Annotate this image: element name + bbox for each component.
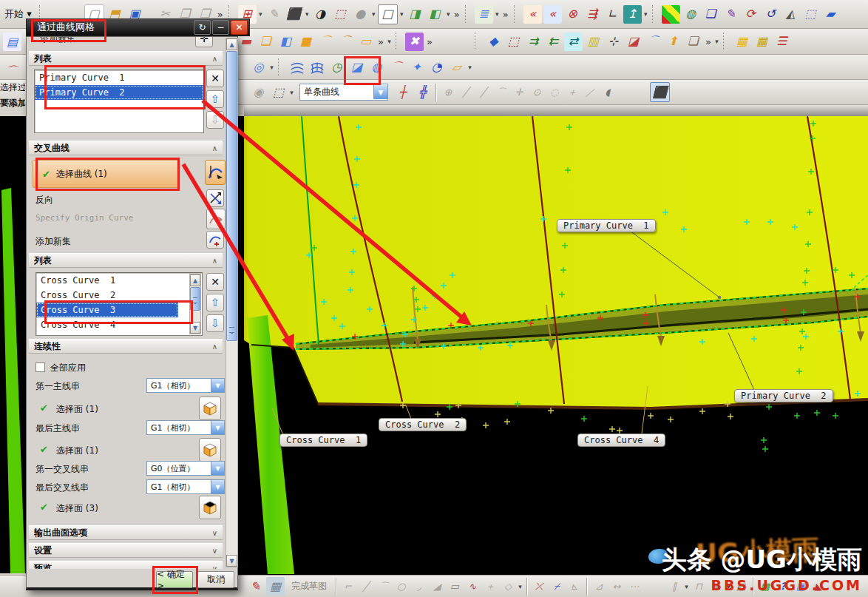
dropdown-arrow-icon[interactable]: ▾ [304,10,311,18]
quick-trim-icon[interactable]: ⤫ [531,579,547,595]
toolbar-grip[interactable] [723,33,729,50]
mate-constraint-icon[interactable]: ⊓ [691,579,707,595]
last-primary-combo[interactable]: G1（相切） ▼ [146,420,225,435]
sketch-plane-icon[interactable]: ◩ [733,579,749,595]
collapse-chevron-icon[interactable]: ∧ [212,55,217,63]
dropdown-arrow-icon[interactable]: ▾ [268,64,275,71]
cancel-button[interactable]: 取消 [197,571,234,588]
select-face-1-button[interactable] [199,397,221,420]
dropdown-arrow-icon[interactable]: ▾ [713,38,720,45]
move-face-icon[interactable]: ⬚ [504,33,523,51]
pull-face-icon[interactable]: ⇉ [524,33,543,51]
remove-parameters-icon[interactable]: ✖ [405,33,424,51]
sketch-exit-icon[interactable]: ✎ [246,577,265,596]
section-surface-icon[interactable]: ◪ [347,58,366,76]
move-primary-up-button[interactable]: ⇧ [206,90,224,108]
primary-curve-2-label[interactable]: Primary Curve 2 [734,389,833,402]
snap-arc-icon[interactable]: ⌒ [493,84,509,101]
toolbar-grip[interactable] [475,33,481,50]
cross-curve-4-label[interactable]: Cross Curve 4 [577,434,665,447]
draft-icon[interactable]: ⌒ [336,33,355,51]
stop-at-intersection-icon[interactable]: ┼ [393,83,412,101]
wire-box-icon[interactable]: ⬚ [801,5,820,24]
cross-list-scrollbar[interactable]: ▲ ▼ [189,274,201,334]
gray-sphere-icon[interactable]: ● [351,5,370,24]
shell-icon[interactable]: ▭ [356,33,375,51]
constraints-icon[interactable]: ⊿ [591,579,607,595]
wireframe-cube-icon[interactable]: ⬚ [331,5,350,24]
make-corner-icon[interactable]: ⊾ [566,579,583,595]
primary-list-group-header[interactable]: 列表 ∧ [29,51,223,66]
primary-curve-list[interactable]: Primary Curve 1 Primary Curve 2 [34,70,204,133]
select-face-3-button[interactable] [199,496,221,519]
arc-partial-icon[interactable]: ⌒ [2,62,21,81]
combo-dropdown-icon[interactable]: ▼ [211,462,224,475]
offset-region-icon[interactable]: ⇇ [544,33,563,51]
swept-icon[interactable]: ◷ [328,58,346,76]
dimension-icon[interactable]: ↔ [608,579,625,595]
face-up-icon[interactable]: ⬆ [664,33,682,51]
select-face-2-button[interactable] [199,438,221,462]
clip-work-section-icon[interactable]: ◧ [426,5,444,24]
combo-dropdown-icon[interactable]: ▼ [211,379,224,392]
red-tool-icon[interactable]: ◣ [810,579,827,595]
measure-helper-icon[interactable]: ∟ [603,5,622,24]
constraint-kc2-icon[interactable]: « [543,5,562,24]
toolbar-grip[interactable] [278,58,284,76]
more-tools-icon[interactable]: ⋯ [626,579,642,595]
family-table-icon[interactable]: ▦ [753,33,771,51]
polygon-icon[interactable]: ◇ [500,579,516,595]
show-hide-icon[interactable]: ◍ [682,5,700,24]
shaded-view-icon[interactable]: ◑ [311,5,330,24]
edit-display-icon[interactable]: ❏ [702,5,720,24]
move-cross-up-button[interactable]: ⇧ [206,294,224,311]
constraint-kc1-icon[interactable]: « [523,5,542,24]
package-icon[interactable]: ▩ [757,579,773,595]
snap-center-icon[interactable]: ⊙ [529,84,545,101]
preview-header-clipped[interactable]: 预览 ∨ [27,561,223,569]
panel-icon[interactable]: ▣ [793,579,809,595]
primary-add-new-set-button[interactable]: ✛ [195,37,213,47]
list-item-empty[interactable] [35,100,203,115]
remove-cross-button[interactable]: ✕ [206,273,224,291]
toolbar-grip[interactable] [465,5,471,23]
list-item[interactable]: Cross Curve 2 [36,288,178,303]
through-curves-icon[interactable] [288,58,306,76]
studio-surface-icon[interactable]: ✦ [407,58,426,76]
pocket-icon[interactable]: ■ [296,33,315,51]
yellow-surface[interactable] [244,116,868,408]
scrollbar-thumb[interactable] [226,51,237,341]
dropdown-arrow-icon[interactable]: ▾ [642,10,649,18]
scroll-down-icon[interactable]: ▼ [226,555,237,567]
expand-chevron-icon[interactable]: ∨ [212,547,217,555]
hole-icon[interactable]: ❏ [257,33,275,51]
animate-icon[interactable]: ▶ [708,579,725,595]
toolbar-overflow-icon[interactable]: » [424,36,435,47]
snap-intersection-icon[interactable]: ✛ [511,84,527,101]
transform-icon[interactable]: ⟳ [742,5,760,24]
curve-rule-combo[interactable]: 单条曲线 ▼ [299,84,388,101]
dropdown-arrow-icon[interactable]: ▾ [725,583,732,590]
toolbar-overflow-icon[interactable]: » [376,36,386,47]
dialog-minimize-button[interactable]: − [212,20,229,35]
dropdown-arrow-icon[interactable]: ▾ [399,10,405,18]
parallel-constraint-icon[interactable]: ∥ [666,579,682,595]
reverse-direction-button[interactable] [206,189,224,207]
snap-quadrant-icon[interactable]: ◌ [546,84,563,101]
law-extension-icon[interactable]: ◔ [427,58,446,76]
snap-midpoint-icon[interactable]: ╱ [475,84,492,101]
help-icon[interactable]: ? [775,579,791,595]
scroll-down-icon[interactable]: ▼ [190,322,200,334]
cross-curve-list[interactable]: Cross Curve 1 Cross Curve 2 Cross Curve … [35,272,203,336]
blue-plane-icon[interactable]: ▰ [821,5,840,24]
synchronous-shield-icon[interactable]: ◆ [484,33,503,51]
chamfer-icon[interactable]: ◢ [429,579,445,595]
list-item[interactable]: Primary Curve 1 [35,70,203,85]
dropdown-arrow-icon[interactable]: ▾ [445,10,452,18]
object-colors-icon[interactable] [662,5,680,24]
snap-point-on-curve-icon[interactable]: ／ [582,84,598,101]
combo-dropdown-icon[interactable]: ▼ [211,421,224,434]
primary-curve-1-label[interactable]: Primary Curve 1 [557,219,656,232]
list-item[interactable]: Cross Curve 4 [36,317,178,332]
parts-list-icon[interactable]: ☰ [773,33,791,51]
